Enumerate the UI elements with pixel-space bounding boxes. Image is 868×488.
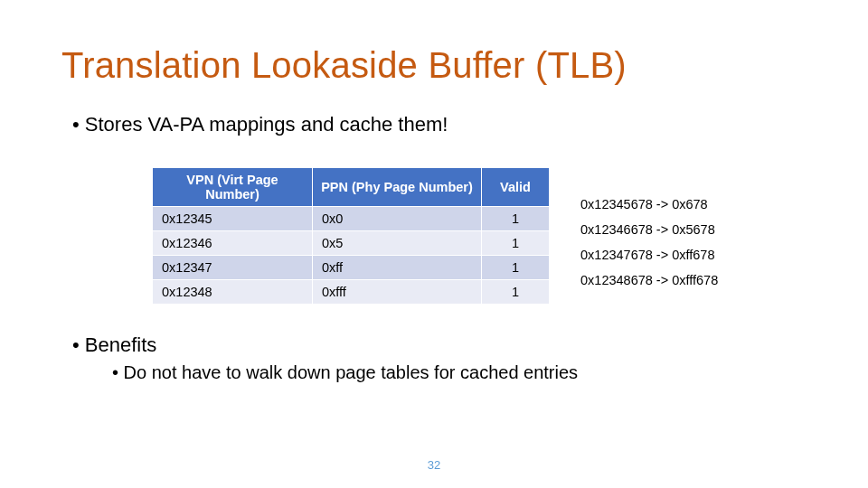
table-header-row: VPN (Virt Page Number) PPN (Phy Page Num… (153, 168, 550, 207)
header-ppn: PPN (Phy Page Number) (313, 168, 482, 207)
cell-ppn: 0xff (313, 256, 482, 280)
table-row: 0x12345 0x0 1 (153, 207, 550, 231)
cell-vpn: 0x12348 (153, 280, 313, 305)
page-number: 32 (0, 458, 868, 472)
table-row: 0x12346 0x5 1 (153, 231, 550, 256)
slide: Translation Lookaside Buffer (TLB) Store… (0, 0, 868, 488)
cell-valid: 1 (482, 280, 550, 305)
cell-ppn: 0xfff (313, 280, 482, 305)
header-valid: Valid (482, 168, 550, 207)
bullet-store: Stores VA-PA mappings and cache them! (72, 113, 807, 136)
mapping-list: 0x12345678 -> 0x678 0x12346678 -> 0x5678… (580, 192, 718, 293)
bullet-benefit-1: Do not have to walk down page tables for… (112, 362, 600, 383)
tlb-table: VPN (Virt Page Number) PPN (Phy Page Num… (152, 167, 550, 305)
mapping-item: 0x12345678 -> 0x678 (580, 192, 718, 217)
cell-ppn: 0x5 (313, 231, 482, 256)
cell-ppn: 0x0 (313, 207, 482, 231)
mapping-item: 0x12347678 -> 0xff678 (580, 242, 718, 267)
cell-vpn: 0x12345 (153, 207, 313, 231)
bullet-benefits: Benefits (72, 333, 807, 357)
cell-valid: 1 (482, 231, 550, 256)
table-and-mappings: VPN (Virt Page Number) PPN (Phy Page Num… (152, 167, 807, 305)
cell-vpn: 0x12347 (153, 256, 313, 280)
cell-vpn: 0x12346 (153, 231, 313, 256)
mapping-item: 0x12346678 -> 0x5678 (580, 217, 718, 242)
table-row: 0x12348 0xfff 1 (153, 280, 550, 305)
slide-title: Translation Lookaside Buffer (TLB) (61, 45, 807, 86)
header-vpn: VPN (Virt Page Number) (153, 168, 313, 207)
cell-valid: 1 (482, 207, 550, 231)
cell-valid: 1 (482, 256, 550, 280)
mapping-item: 0x12348678 -> 0xfff678 (580, 267, 718, 293)
table-row: 0x12347 0xff 1 (153, 256, 550, 280)
